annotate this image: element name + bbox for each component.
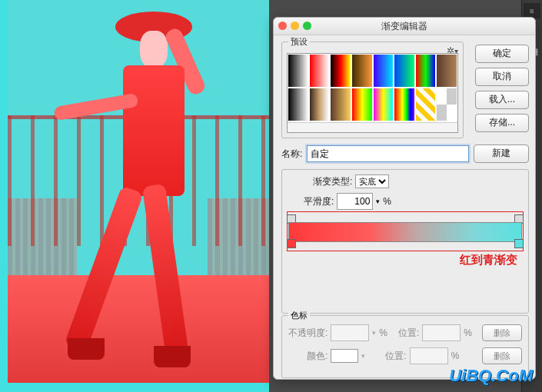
percent-3: % [451, 350, 460, 361]
gradient-settings-group: 渐变类型: 实底 平滑度: ▾ % 红到青渐变 [281, 169, 529, 314]
position-input-2 [410, 347, 448, 364]
preset-swatch[interactable] [415, 54, 437, 88]
preset-scrollbar[interactable] [288, 122, 457, 132]
preset-swatch[interactable] [330, 54, 351, 88]
chevron-down-icon-2: ▾ [361, 352, 365, 360]
preset-swatch[interactable] [351, 54, 373, 88]
window-controls [278, 22, 311, 30]
presets-group: 预设 ✲▾ [281, 42, 464, 138]
color-stop-right[interactable] [514, 239, 524, 248]
preset-swatch[interactable] [309, 88, 331, 121]
duotone-photo [8, 0, 269, 383]
color-well [331, 349, 358, 363]
dialog-title: 渐变编辑器 [381, 21, 427, 32]
name-label: 名称: [281, 148, 302, 161]
smoothness-stepper-icon[interactable]: ▾ [376, 198, 380, 205]
preset-swatch[interactable] [394, 54, 415, 88]
stops-label: 色标 [288, 310, 310, 321]
preset-swatch[interactable] [351, 88, 373, 121]
new-button[interactable]: 新建 [474, 145, 529, 163]
type-select[interactable]: 实底 [355, 174, 389, 188]
position-label-1: 位置: [398, 327, 419, 340]
smoothness-input[interactable] [337, 193, 373, 210]
percent-label: % [383, 196, 391, 207]
load-button[interactable]: 载入... [475, 91, 529, 109]
name-input[interactable] [307, 145, 469, 162]
delete-color-stop-button: 删除 [482, 347, 522, 364]
close-icon[interactable] [278, 22, 287, 30]
minimize-icon[interactable] [291, 22, 299, 30]
delete-opacity-stop-button: 删除 [482, 324, 522, 341]
percent-1: % [379, 327, 387, 338]
opacity-input [331, 324, 369, 341]
gradient-editor-dialog: 渐变编辑器 预设 ✲▾ 确定 取消 载入... 存储... 名称: 新建 渐变类… [273, 17, 536, 380]
preset-swatch-list[interactable] [287, 53, 458, 133]
opacity-label: 不透明度: [288, 327, 328, 340]
position-label-2: 位置: [385, 350, 406, 363]
gradient-bar[interactable] [288, 214, 522, 248]
save-button[interactable]: 存储... [475, 114, 529, 132]
smoothness-label: 平滑度: [304, 195, 334, 208]
position-input-1 [422, 324, 461, 341]
ok-button[interactable]: 确定 [475, 45, 529, 63]
stops-group: 色标 不透明度: ▾ % 位置: % 删除 颜色: ▾ 位置: % 删除 [281, 315, 529, 378]
preset-swatch[interactable] [309, 54, 331, 88]
chevron-down-icon: ▾ [372, 329, 376, 337]
color-label: 颜色: [307, 350, 328, 363]
color-stop-left[interactable] [287, 239, 296, 248]
type-label: 渐变类型: [313, 175, 352, 188]
cancel-button[interactable]: 取消 [475, 68, 529, 86]
preset-swatch[interactable] [415, 88, 437, 121]
preset-swatch[interactable] [436, 88, 457, 121]
zoom-icon[interactable] [303, 22, 311, 30]
preset-swatch[interactable] [436, 54, 457, 88]
preset-swatch[interactable] [373, 88, 394, 121]
panel-icon[interactable]: ≡ [524, 3, 540, 18]
percent-2: % [464, 327, 472, 338]
preset-swatch[interactable] [394, 88, 415, 121]
document-canvas[interactable] [0, 0, 269, 392]
gradient-preview[interactable] [288, 222, 522, 242]
preset-swatch[interactable] [373, 54, 394, 88]
dialog-side-buttons: 确定 取消 载入... 存储... [475, 45, 529, 132]
preset-swatch[interactable] [330, 88, 351, 121]
dialog-titlebar[interactable]: 渐变编辑器 [274, 18, 535, 35]
preset-swatch[interactable] [288, 88, 309, 121]
annotation-text: 红到青渐变 [460, 253, 517, 267]
preset-swatch[interactable] [288, 54, 309, 88]
presets-label: 预设 [288, 36, 310, 48]
